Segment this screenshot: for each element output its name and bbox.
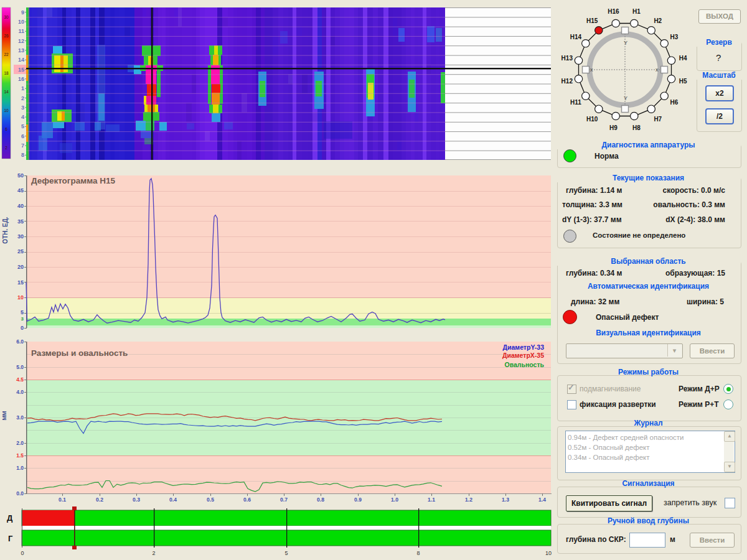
svg-text:10: 10 [545, 550, 552, 556]
svg-text:H8: H8 [632, 124, 641, 131]
svg-text:H10: H10 [586, 116, 598, 123]
svg-text:3: 3 [21, 316, 24, 322]
svg-text:x: x [655, 67, 659, 73]
svg-text:1.5: 1.5 [16, 452, 24, 459]
svg-text:Г: Г [8, 534, 13, 543]
svg-text:6.0: 6.0 [16, 338, 24, 345]
svg-text:3: 3 [21, 105, 24, 111]
svg-text:5: 5 [284, 550, 288, 556]
svg-text:9: 9 [21, 9, 24, 16]
svg-text:5: 5 [21, 309, 24, 315]
svg-text:x: x [590, 67, 593, 73]
svg-text:H6: H6 [670, 99, 679, 106]
svg-text:2: 2 [152, 550, 155, 556]
svg-text:30: 30 [17, 233, 24, 240]
svg-text:12: 12 [18, 38, 24, 44]
svg-text:14: 14 [4, 90, 9, 94]
svg-text:Y: Y [624, 95, 627, 101]
svg-text:11: 11 [18, 28, 24, 34]
svg-text:5.0: 5.0 [16, 364, 24, 370]
svg-text:35: 35 [17, 218, 24, 225]
svg-text:0.2: 0.2 [96, 497, 103, 503]
svg-text:H3: H3 [670, 34, 679, 40]
svg-text:H9: H9 [609, 124, 618, 131]
svg-text:Д: Д [7, 513, 13, 523]
svg-text:ММ: ММ [1, 411, 7, 421]
svg-text:1.0: 1.0 [16, 465, 24, 471]
svg-text:15: 15 [17, 279, 24, 286]
svg-text:50: 50 [17, 172, 24, 179]
svg-text:30: 30 [4, 15, 9, 19]
svg-text:0.4: 0.4 [169, 497, 177, 503]
svg-text:2: 2 [21, 95, 24, 101]
svg-text:1.0: 1.0 [391, 497, 398, 503]
svg-text:2.0: 2.0 [16, 440, 24, 446]
svg-text:45: 45 [17, 187, 24, 194]
svg-text:6: 6 [5, 127, 7, 131]
svg-text:1.3: 1.3 [502, 497, 509, 503]
svg-text:0.5: 0.5 [207, 497, 214, 503]
svg-text:H13: H13 [561, 55, 573, 62]
svg-text:H12: H12 [561, 78, 573, 85]
svg-text:4.0: 4.0 [16, 389, 24, 395]
svg-text:3.0: 3.0 [16, 414, 24, 421]
svg-text:16: 16 [18, 76, 24, 82]
svg-text:22: 22 [4, 52, 9, 57]
svg-text:ДиаметрX-35: ДиаметрX-35 [502, 352, 544, 359]
svg-text:Овальность: Овальность [504, 361, 544, 368]
svg-text:H15: H15 [586, 17, 598, 24]
svg-text:2: 2 [5, 146, 7, 150]
svg-text:H14: H14 [570, 34, 582, 40]
svg-text:20: 20 [17, 264, 24, 270]
svg-text:25: 25 [17, 248, 24, 254]
svg-text:H5: H5 [679, 78, 687, 85]
svg-text:26: 26 [4, 34, 9, 38]
svg-text:0.3: 0.3 [133, 497, 140, 503]
svg-text:Дефектограмма H15: Дефектограмма H15 [31, 176, 116, 185]
svg-text:10: 10 [4, 108, 9, 113]
svg-text:ДиаметрY-33: ДиаметрY-33 [503, 343, 545, 351]
svg-text:0: 0 [21, 325, 24, 331]
svg-text:4.5: 4.5 [16, 376, 24, 383]
svg-text:H11: H11 [570, 99, 581, 106]
svg-text:0: 0 [21, 550, 24, 556]
svg-text:0.9: 0.9 [354, 497, 362, 503]
svg-text:0.1: 0.1 [59, 497, 66, 503]
svg-text:H2: H2 [654, 17, 662, 24]
svg-text:Размеры и овальность: Размеры и овальность [31, 348, 128, 358]
svg-text:H7: H7 [654, 116, 662, 123]
svg-text:0.6: 0.6 [243, 497, 251, 503]
svg-text:14: 14 [18, 57, 24, 63]
svg-text:10: 10 [18, 19, 24, 25]
svg-text:1.2: 1.2 [465, 497, 472, 503]
svg-text:7: 7 [21, 142, 24, 149]
svg-text:10: 10 [17, 294, 24, 301]
svg-text:ОТН. ЕД.: ОТН. ЕД. [2, 217, 9, 243]
svg-text:1.1: 1.1 [428, 497, 435, 503]
svg-text:H4: H4 [679, 55, 687, 62]
svg-text:5: 5 [21, 123, 24, 129]
svg-text:4: 4 [21, 114, 24, 120]
svg-text:H16: H16 [608, 8, 619, 15]
svg-text:8: 8 [416, 550, 420, 556]
svg-text:0.8: 0.8 [317, 497, 324, 503]
svg-text:40: 40 [17, 203, 24, 209]
svg-text:13: 13 [18, 47, 24, 54]
svg-text:15: 15 [18, 67, 24, 73]
svg-text:18: 18 [4, 71, 9, 75]
svg-text:H1: H1 [632, 8, 641, 15]
svg-text:1.4: 1.4 [538, 497, 546, 503]
svg-text:6: 6 [21, 133, 24, 139]
svg-text:1: 1 [21, 85, 24, 91]
svg-text:0.7: 0.7 [280, 497, 288, 503]
svg-text:8: 8 [21, 152, 24, 158]
svg-text:Y: Y [624, 40, 627, 46]
svg-text:0.0: 0.0 [16, 490, 24, 497]
